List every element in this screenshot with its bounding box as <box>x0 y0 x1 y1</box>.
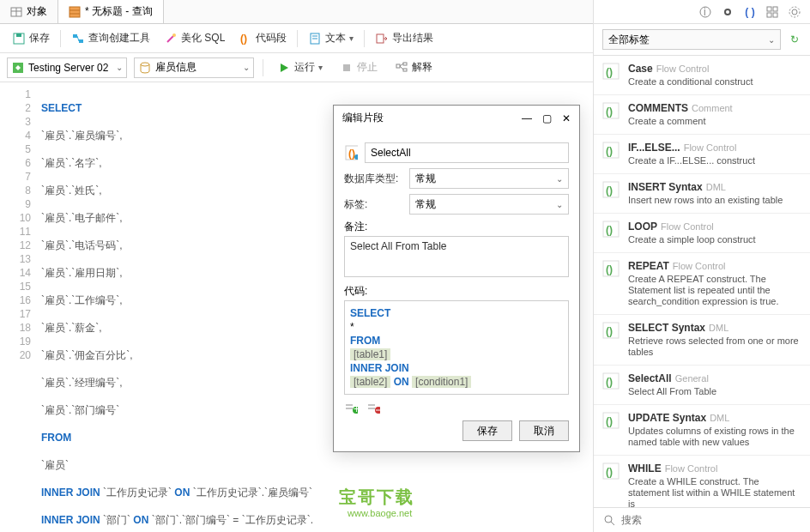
query-builder-button[interactable]: 查询创建工具 <box>66 29 155 47</box>
label: 查询创建工具 <box>88 31 150 45</box>
t: FROM <box>350 335 380 347</box>
label: 备注: <box>344 220 569 234</box>
add-line-icon[interactable]: + <box>344 402 358 415</box>
snippet-category: Flow Control <box>665 463 718 474</box>
close-icon[interactable]: ✕ <box>562 112 571 124</box>
db-dropdown[interactable]: 雇员信息 ⌄ <box>134 57 254 78</box>
tag-filter-dropdown[interactable]: 全部标签 ⌄ <box>602 29 781 50</box>
svg-rect-32 <box>767 13 771 17</box>
memo-textarea[interactable]: Select All From Table <box>344 236 569 277</box>
value: 常规 <box>415 172 436 186</box>
snippet-title: SELECT Syntax <box>628 322 705 334</box>
code-line: `雇员`.`电话号码`, <box>41 239 123 251</box>
save-button[interactable]: 保存 <box>7 29 55 47</box>
snippet-item[interactable]: () COMMENTSCommentCreate a comment <box>594 95 810 135</box>
minimize-icon[interactable]: — <box>522 112 532 124</box>
snippet-item[interactable]: () IF...ELSE...Flow ControlCreate a IF..… <box>594 135 810 174</box>
snippet-icon: () <box>602 462 620 480</box>
svg-rect-22 <box>403 63 407 65</box>
wand-icon <box>164 32 178 45</box>
t: ON <box>394 376 409 388</box>
separator <box>364 30 365 47</box>
save-icon <box>12 32 26 45</box>
snippet-item[interactable]: () REPEATFlow ControlCreate A REPEAT con… <box>594 253 810 315</box>
chevron-down-icon: ⌄ <box>116 63 123 72</box>
code-line: `雇员`.`雇用日期`, <box>41 267 123 279</box>
stop-button[interactable]: 停止 <box>335 58 383 76</box>
eye-icon[interactable] <box>721 5 734 19</box>
label: 解释 <box>412 60 432 75</box>
snippet-icon: () <box>602 412 620 429</box>
chevron-down-icon: ⌄ <box>556 200 563 209</box>
tag-select[interactable]: 常规⌄ <box>409 194 569 215</box>
svg-text:(): () <box>606 106 613 118</box>
tab-query[interactable]: * 无标题 - 查询 <box>58 0 164 23</box>
snippet-title: Case <box>628 63 653 75</box>
snippet-title: INSERT Syntax <box>628 181 703 193</box>
snippet-item[interactable]: () INSERT SyntaxDMLInsert new rows into … <box>594 174 810 214</box>
snippet-name-input[interactable] <box>365 142 569 163</box>
snippet-category: DML <box>709 323 728 333</box>
grid-view-icon[interactable] <box>765 5 779 19</box>
svg-text:(): () <box>606 325 613 337</box>
chevron-down-icon: ⌄ <box>768 35 775 45</box>
database-icon <box>138 61 152 75</box>
gear-icon[interactable] <box>788 5 801 19</box>
dbtype-select[interactable]: 常规⌄ <box>409 168 569 189</box>
export-button[interactable]: 导出结果 <box>370 29 438 47</box>
label: 雇员信息 <box>155 60 196 75</box>
server-dropdown[interactable]: Testing Server 02 ⌄ <box>7 57 127 78</box>
label: 停止 <box>357 60 378 75</box>
explain-button[interactable]: 解释 <box>390 58 438 76</box>
server-icon <box>11 61 25 75</box>
snippet-icon: () <box>602 181 620 198</box>
watermark-url: www.baoge.net <box>348 508 412 518</box>
dialog-title: 编辑片段 <box>342 111 384 125</box>
code-textarea[interactable]: SELECT * FROM [table1] INNER JOIN [table… <box>344 300 569 395</box>
svg-point-35 <box>789 7 800 17</box>
svg-point-12 <box>172 33 176 37</box>
svg-line-24 <box>400 63 403 66</box>
remove-line-icon[interactable] <box>366 402 380 415</box>
snippet-desc: Updates columns of existing rows in the … <box>628 426 801 448</box>
search-input[interactable] <box>621 514 801 526</box>
refresh-icon[interactable]: ↻ <box>788 33 801 46</box>
run-button[interactable]: 运行▾ <box>272 58 328 76</box>
snippet-item[interactable]: () WHILEFlow ControlCreate a WHILE const… <box>594 456 810 507</box>
svg-text:(): () <box>606 415 613 427</box>
snippet-icon: () <box>602 142 620 159</box>
maximize-icon[interactable]: ▢ <box>542 112 552 124</box>
svg-point-19 <box>141 63 149 66</box>
svg-text:(): () <box>606 145 613 157</box>
svg-rect-21 <box>396 64 400 68</box>
svg-text:(): () <box>606 263 613 275</box>
code-line: `部门` <box>100 514 134 526</box>
dialog-cancel-button[interactable]: 取消 <box>519 420 569 441</box>
label: 标签: <box>344 197 402 212</box>
dialog-save-button[interactable]: 保存 <box>462 420 512 441</box>
svg-rect-23 <box>403 69 407 71</box>
snippet-item[interactable]: () CaseFlow ControlCreate a conditional … <box>594 56 810 95</box>
separator <box>60 30 61 47</box>
tab-objects[interactable]: 对象 <box>0 0 58 23</box>
snippet-desc: Create a WHILE construct. The statement … <box>628 476 801 507</box>
snippet-category: DML <box>710 413 729 423</box>
label: Testing Server 02 <box>28 62 108 74</box>
code-line: `雇员`.`姓氏`, <box>41 184 102 196</box>
watermark: 宝哥下载 <box>339 486 414 509</box>
svg-text:+: + <box>354 403 358 415</box>
snippet-item[interactable]: () LOOPFlow ControlCreate a simple loop … <box>594 214 810 253</box>
info-icon[interactable]: i <box>698 5 712 19</box>
snippet-title: WHILE <box>628 462 662 475</box>
snippet-item[interactable]: () SelectAllGeneralSelect All From Table <box>594 366 810 405</box>
beautify-button[interactable]: 美化 SQL <box>159 29 230 47</box>
snippet-item[interactable]: () SELECT SyntaxDMLRetrieve rows selecte… <box>594 315 810 366</box>
snippet-title: IF...ELSE... <box>628 142 680 154</box>
svg-rect-20 <box>343 64 350 71</box>
text-button[interactable]: 文本▾ <box>303 29 359 47</box>
t: [condition1] <box>412 376 471 388</box>
snippet-button[interactable]: ()代码段 <box>233 29 292 47</box>
label: 保存 <box>29 31 50 45</box>
snippet-item[interactable]: () UPDATE SyntaxDMLUpdates columns of ex… <box>594 405 810 456</box>
parens-icon[interactable]: ( ) <box>743 5 757 19</box>
